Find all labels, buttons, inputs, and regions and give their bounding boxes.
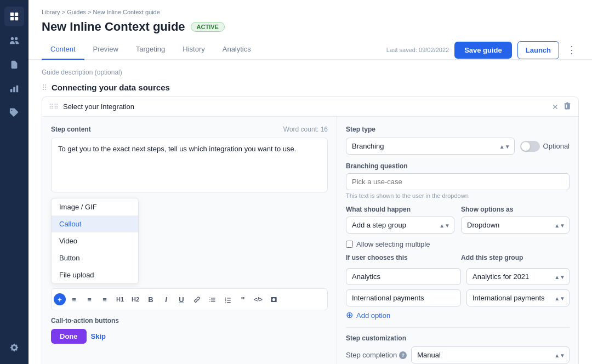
tab-targeting[interactable]: Targeting xyxy=(127,41,174,60)
header: Library > Guides > New Inline Context gu… xyxy=(29,0,592,60)
what-should-happen-select[interactable]: Add a step group xyxy=(346,217,454,234)
step-group: ⠿ Connecting your data sources ⠿⠿ Select… xyxy=(42,83,579,364)
step-left-panel: Step content Word count: 16 To get you t… xyxy=(42,117,337,364)
last-saved: Last saved: 09/02/2022 xyxy=(386,47,449,53)
skip-button[interactable]: Skip xyxy=(91,329,106,344)
show-options-select[interactable]: Dropdown xyxy=(461,217,570,234)
step-completion-info-icon[interactable]: ? xyxy=(399,351,407,359)
step-delete-button[interactable] xyxy=(563,101,572,112)
step-group-header: ⠿ Connecting your data sources xyxy=(42,83,579,92)
context-menu-item-callout[interactable]: Callout xyxy=(52,215,138,232)
option-1-choose-input[interactable] xyxy=(346,268,461,285)
bold-button[interactable]: B xyxy=(144,292,158,306)
step-type-row: Branching ▲▼ Optional xyxy=(346,138,570,155)
branching-question-label: Branching question xyxy=(346,162,570,170)
step-drag-handle[interactable]: ⠿⠿ xyxy=(49,103,59,111)
italic-button[interactable]: I xyxy=(159,292,173,306)
context-menu-item-file[interactable]: File upload xyxy=(52,266,138,283)
allow-multiple-label[interactable]: Allow selecting multiple xyxy=(356,240,430,248)
document-icon[interactable] xyxy=(4,55,24,75)
save-guide-button[interactable]: Save guide xyxy=(454,42,512,59)
align-right-button[interactable]: ≡ xyxy=(98,292,112,306)
h1-button[interactable]: H1 xyxy=(113,292,127,306)
allow-multiple-checkbox[interactable] xyxy=(346,241,353,248)
done-button[interactable]: Done xyxy=(51,329,87,344)
active-badge: ACTIVE xyxy=(191,22,225,32)
align-center-button[interactable]: ≡ xyxy=(82,292,96,306)
guide-description[interactable]: Guide description (optional) xyxy=(42,69,579,76)
users-icon[interactable] xyxy=(4,31,24,50)
step-text-content[interactable]: To get you to the exact next steps, tell… xyxy=(51,138,328,192)
media-button[interactable] xyxy=(266,292,281,306)
link-button[interactable] xyxy=(190,292,204,306)
allow-multiple-row: Allow selecting multiple xyxy=(346,240,570,248)
tab-preview[interactable]: Preview xyxy=(84,41,127,60)
step-close-button[interactable]: ✕ xyxy=(552,103,559,111)
step-group-drag-handle[interactable]: ⠿ xyxy=(42,83,47,92)
add-content-button[interactable]: + xyxy=(54,293,66,305)
sidebar xyxy=(0,0,29,364)
step-row: ⠿⠿ Select your Integration ✕ Step conten… xyxy=(42,96,579,364)
svg-rect-0 xyxy=(10,13,14,16)
step-content-area: Step content Word count: 16 To get you t… xyxy=(42,116,578,364)
what-should-happen-select-wrap: Add a step group ▲▼ xyxy=(346,217,454,234)
svg-rect-3 xyxy=(15,17,18,20)
step-type-select-wrap: Branching ▲▼ xyxy=(346,138,515,155)
tabs-row: Content Preview Targeting History Analyt… xyxy=(42,41,579,59)
option-1-step-select[interactable]: Analytics for 2021 xyxy=(466,268,570,285)
tab-content[interactable]: Content xyxy=(42,41,84,60)
cta-section: Call-to-action buttons Done Skip xyxy=(51,317,328,344)
option-1-step-select-wrap: Analytics for 2021 ▲▼ xyxy=(466,268,570,285)
branching-question-input[interactable] xyxy=(346,173,570,190)
quote-button[interactable]: " xyxy=(236,292,250,306)
step-completion-select-wrap: Manual ▲▼ xyxy=(411,346,570,363)
options-header-row: If user chooses this Add this step group xyxy=(346,254,570,265)
breadcrumb: Library > Guides > New Inline Context gu… xyxy=(42,9,579,15)
context-menu: Image / GIF Callout Video Button File up… xyxy=(51,198,139,284)
branching-helper-text: This text is shown to the user in the dr… xyxy=(346,192,570,199)
more-options-button[interactable]: ⋮ xyxy=(565,42,579,58)
grid-icon[interactable] xyxy=(4,7,24,26)
optional-toggle[interactable] xyxy=(520,141,540,152)
context-menu-item-image[interactable]: Image / GIF xyxy=(52,198,138,215)
align-left-button[interactable]: ≡ xyxy=(67,292,81,306)
step-type-label: Step type xyxy=(346,126,570,133)
step-row-header: ⠿⠿ Select your Integration ✕ xyxy=(42,97,578,116)
cta-buttons: Done Skip xyxy=(51,329,328,344)
step-completion-select[interactable]: Manual xyxy=(411,346,570,363)
tab-analytics[interactable]: Analytics xyxy=(214,41,260,60)
option-2-choose-input[interactable] xyxy=(346,289,461,306)
code-button[interactable]: </> xyxy=(251,292,265,306)
tab-history[interactable]: History xyxy=(174,41,213,60)
tag-icon[interactable] xyxy=(4,103,24,123)
context-menu-item-button[interactable]: Button xyxy=(52,249,138,266)
step-type-select[interactable]: Branching xyxy=(346,138,515,155)
main-area: Library > Guides > New Inline Context gu… xyxy=(29,0,592,364)
h2-button[interactable]: H2 xyxy=(128,292,143,306)
option-row-1: Analytics for 2021 ▲▼ xyxy=(346,268,570,285)
editor-toolbar: + ≡ ≡ ≡ H1 H2 B I U xyxy=(51,288,328,310)
what-should-happen-group: What should happen Add a step group ▲▼ xyxy=(346,206,454,234)
context-menu-item-video[interactable]: Video xyxy=(52,232,138,249)
add-option-button[interactable]: ⊕ Add option xyxy=(346,311,570,320)
cta-label: Call-to-action buttons xyxy=(51,317,328,325)
step-completion-row: Step completion ? Manual ▲▼ xyxy=(346,346,570,363)
show-options-group: Show options as Dropdown ▲▼ xyxy=(461,206,570,234)
numbered-list-button[interactable] xyxy=(220,292,235,306)
step-group-title: Connecting your data sources xyxy=(52,83,170,92)
bullet-list-button[interactable] xyxy=(205,292,219,306)
step-customization-label: Step customization xyxy=(346,334,570,342)
underline-button[interactable]: U xyxy=(174,292,189,306)
add-step-label: Add this step group xyxy=(461,254,570,261)
if-user-label: If user chooses this xyxy=(346,254,454,261)
word-count-row: Step content Word count: 16 xyxy=(51,126,328,133)
launch-button[interactable]: Launch xyxy=(517,41,559,59)
chart-icon[interactable] xyxy=(4,79,24,99)
add-option-label: Add option xyxy=(356,311,390,320)
option-2-step-select[interactable]: International payments xyxy=(466,289,570,306)
page-title: New Inline Context guide xyxy=(42,20,185,34)
optional-label: Optional xyxy=(543,142,570,150)
content-area: Guide description (optional) ⠿ Connectin… xyxy=(29,60,592,364)
settings-icon[interactable] xyxy=(4,338,24,357)
step-right-panel: Step type Branching ▲▼ xyxy=(337,117,578,364)
